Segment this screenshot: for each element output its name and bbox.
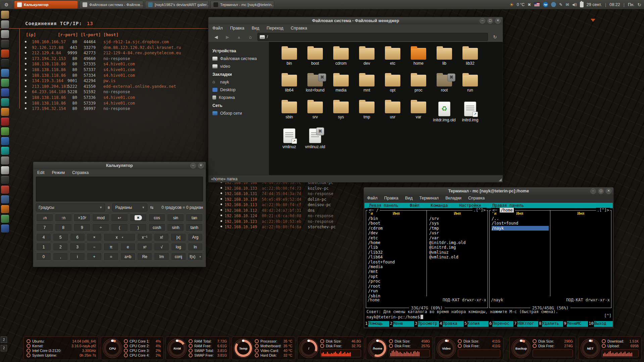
mc-file-entry[interactable]: @initrd.img [429,245,465,250]
file-item[interactable]: run [458,75,482,93]
mc-menu-item[interactable]: Настройки [459,203,481,208]
menu-item[interactable]: Вид [405,196,413,200]
calc-key-re[interactable]: Re [137,252,152,261]
mc-file-entry[interactable]: /lost+found [368,260,395,264]
dock-launcher-1[interactable] [1,11,9,19]
calc-key-abs[interactable]: |x| [170,233,186,241]
mc-file-entry[interactable]: /opt [368,274,395,279]
sidebar-item[interactable]: video [212,64,269,69]
mc-menu-item[interactable]: Файл [410,203,419,208]
mc-left-panel[interactable]: <─ / .[^]> 'и Имя Имя /bin/boot/cdrom/de… [366,210,488,308]
mc-file-entry[interactable]: @vmlinuz.old [429,255,465,259]
plugin-x-icon[interactable]: ✖ [528,2,531,7]
dock-launcher-9[interactable] [1,88,9,97]
mc-file-entry[interactable]: /sys [429,221,465,226]
mail-icon[interactable]: ✉ [565,2,569,7]
dock-launcher-23[interactable] [1,225,9,233]
mc-menu-item[interactable]: Левая панель [369,203,398,208]
hp-printer-icon[interactable]: hp [543,2,548,7]
mc-file-entry[interactable]: @initdr.img.old [429,240,465,245]
minimize-button[interactable]: ─ [190,163,196,169]
file-item[interactable]: ✖root [432,75,456,93]
calc-key-factorial[interactable]: x! [154,233,169,241]
file-item[interactable]: lib32 [458,48,482,66]
calc-key-sin[interactable]: sin [167,214,184,222]
reload-icon[interactable]: ↻ [491,33,499,41]
mc-file-entry[interactable]: /tmp [429,226,465,231]
file-item[interactable]: ✖vmlinuz.old [303,128,327,149]
resize-grip[interactable] [499,178,502,181]
file-item[interactable]: srv [303,102,327,119]
calc-key-im[interactable]: Im [154,252,169,261]
dock-launcher-3[interactable] [1,30,9,38]
function-key[interactable]: 5Копия [464,321,489,327]
calc-key-0[interactable]: 0 [36,252,51,261]
up-button[interactable]: ▲ [235,33,243,41]
calc-key-close-paren[interactable]: ) [130,223,147,232]
calc-key-inverse[interactable]: x⁻¹ [137,233,152,241]
file-item[interactable]: lib [432,48,456,66]
calculator-display[interactable] [36,177,203,201]
dock-launcher-11[interactable] [1,108,9,116]
mc-file-entry[interactable]: /run [368,289,395,293]
mc-menu-item[interactable]: Команда [431,203,448,208]
mc-file-entry[interactable]: /lib64 [368,255,395,259]
calc-key-9[interactable]: 9 [73,223,91,232]
calc-key-6[interactable]: 6 [70,233,85,241]
tablet-pen-icon[interactable]: ✎ [559,2,562,7]
mc-file-entry[interactable]: /dev [368,231,395,235]
mc-file-entry[interactable]: /lib32 [368,250,395,255]
close-button[interactable]: ✕ [606,188,611,194]
menu-item[interactable]: Вид [252,26,259,31]
file-item[interactable]: mnt [355,75,379,93]
function-key[interactable]: 3Просмотр [414,321,439,327]
dock-launcher-10[interactable] [1,98,9,106]
refresh-icon[interactable]: ↻ [637,2,641,7]
dock-launcher-19[interactable] [1,186,9,194]
calc-key-ab[interactable]: a×b [120,252,136,261]
file-item[interactable]: tmp [355,102,379,119]
calc-key-x-dropdown[interactable]: x [103,233,136,241]
mc-file-entry[interactable]: /nayk [492,226,549,231]
menu-item[interactable]: Правка [230,26,244,31]
file-item[interactable]: cdrom [329,48,353,66]
file-item[interactable]: ↗vmlinuz [277,128,301,149]
mc-file-entry[interactable]: @vmlinuz [429,250,465,255]
calc-key-divide[interactable]: ÷ [92,223,109,232]
to-unit-select[interactable]: Радианы▼ [112,203,147,212]
function-key[interactable]: 6Перенос [489,321,513,327]
keyboard-flag-us-icon[interactable] [534,2,540,7]
function-key[interactable]: 7НВКтлог [513,321,538,327]
file-item[interactable]: media [329,75,353,93]
calc-key-power[interactable]: xʸ [137,243,152,251]
applications-menu-button[interactable]: ⚙ [1,1,11,8]
calc-key-log[interactable]: log [171,243,186,251]
from-unit-select[interactable]: Градусы▼ [36,203,105,212]
menu-item[interactable]: Справка [291,26,307,31]
minimize-button[interactable]: ─ [480,18,485,24]
taskbar-button[interactable]: Терминал - mc [nayk@teterin... [210,1,274,9]
menu-item[interactable]: Справка [468,196,485,200]
file-item[interactable]: sbin [277,102,301,119]
file-item[interactable]: usr [381,102,405,119]
menu-item[interactable]: Режим [52,170,65,175]
mc-right-panel[interactable]: <─ /home .[^]> 'и Имя Имя /../lost+found… [489,210,611,308]
calc-key-1[interactable]: 1 [36,243,51,251]
calc-key-equals[interactable]: = [103,252,119,261]
menu-item[interactable]: Справка [72,170,89,175]
calc-key-cos[interactable]: cos [148,214,166,222]
mc-file-entry[interactable]: /mnt [368,269,395,274]
dock-launcher-20[interactable] [1,195,9,203]
calc-key-shift-down[interactable]: ↓n [36,214,53,222]
dock-launcher-16[interactable] [1,157,9,165]
calc-key-open-paren[interactable]: ( [111,223,128,232]
file-item[interactable]: lib64 [277,75,301,93]
taskbar-button[interactable]: Файловая система - Файлов... [80,1,143,9]
mc-file-entry[interactable]: /lost+found [492,221,549,226]
file-item[interactable]: etc [381,48,405,66]
taskbar-button[interactable]: [nayk1982's deviantART galler... [145,1,209,9]
calc-key-5[interactable]: 5 [53,233,68,241]
dock-launcher-8[interactable] [1,79,9,87]
forward-button[interactable]: ▶ [223,33,232,41]
calc-key-add[interactable]: + [87,252,102,261]
